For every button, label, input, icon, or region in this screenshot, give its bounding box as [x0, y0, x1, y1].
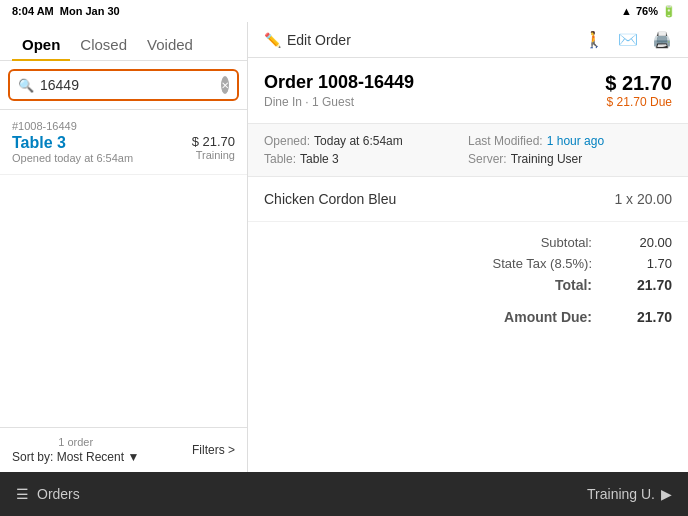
line-items: Chicken Cordon Bleu 1 x 20.00 Subtotal: …: [248, 177, 688, 472]
line-item-name: Chicken Cordon Bleu: [264, 191, 396, 207]
order-name: Table 3: [12, 134, 133, 152]
order-list: #1008-16449 Table 3 Opened today at 6:54…: [0, 110, 247, 427]
price-due: $ 21.70 Due: [605, 95, 672, 109]
tab-bar: Open Closed Voided: [0, 22, 247, 61]
order-meta: Opened: Today at 6:54am Last Modified: 1…: [248, 124, 688, 177]
order-training-label: Training: [192, 149, 235, 161]
subtotal-row: Subtotal: 20.00: [264, 232, 672, 253]
left-panel: Open Closed Voided 🔍 ✕ #1008-16449: [0, 22, 248, 472]
print-icon[interactable]: 🖨️: [652, 30, 672, 49]
last-modified-value[interactable]: 1 hour ago: [547, 134, 604, 148]
tab-voided[interactable]: Voided: [137, 30, 203, 61]
search-input[interactable]: [40, 77, 215, 93]
tab-closed[interactable]: Closed: [70, 30, 137, 61]
total-label: Total:: [472, 277, 592, 293]
person-run-icon[interactable]: 🚶: [584, 30, 604, 49]
user-nav-button[interactable]: Training U. ▶: [587, 486, 672, 502]
search-container: 🔍 ✕: [0, 61, 247, 110]
order-time: Opened today at 6:54am: [12, 152, 133, 164]
order-id: #1008-16449: [12, 120, 235, 132]
tax-row: State Tax (8.5%): 1.70: [264, 253, 672, 274]
totals: Subtotal: 20.00 State Tax (8.5%): 1.70 T…: [248, 222, 688, 338]
status-bar: 8:04 AM Mon Jan 30 ▲ 76% 🔋: [0, 0, 688, 22]
subtotal-value: 20.00: [612, 235, 672, 250]
orders-nav-label: Orders: [37, 486, 80, 502]
edit-order-label: Edit Order: [287, 32, 351, 48]
order-amount: $ 21.70: [192, 134, 235, 149]
status-bar-left: 8:04 AM Mon Jan 30: [12, 5, 120, 17]
battery-icon: 🔋: [662, 5, 676, 18]
left-footer: 1 order Sort by: Most Recent ▼ Filters >: [0, 427, 247, 472]
tax-value: 1.70: [612, 256, 672, 271]
order-price: $ 21.70 $ 21.70 Due: [605, 72, 672, 109]
order-number: Order 1008-16449: [264, 72, 414, 93]
search-icon: 🔍: [18, 78, 34, 93]
order-detail-header: Order 1008-16449 Dine In · 1 Guest $ 21.…: [248, 58, 688, 124]
sort-button[interactable]: Sort by: Most Recent ▼: [12, 450, 139, 464]
wifi-icon: ▲: [621, 5, 632, 17]
filter-button[interactable]: Filters >: [192, 443, 235, 457]
table-row: Table: Table 3: [264, 152, 468, 166]
order-list-item[interactable]: #1008-16449 Table 3 Opened today at 6:54…: [0, 110, 247, 175]
main-container: Open Closed Voided 🔍 ✕ #1008-16449: [0, 22, 688, 472]
opened-row: Opened: Today at 6:54am: [264, 134, 468, 148]
last-modified-label: Last Modified:: [468, 134, 543, 148]
table-label: Table:: [264, 152, 296, 166]
server-value: Training User: [511, 152, 583, 166]
opened-value: Today at 6:54am: [314, 134, 403, 148]
total-row: Total: 21.70: [264, 274, 672, 296]
date: Mon Jan 30: [60, 5, 120, 17]
search-box: 🔍 ✕: [8, 69, 239, 101]
subtotal-label: Subtotal:: [472, 235, 592, 250]
line-item-qty: 1 x 20.00: [614, 191, 672, 207]
mail-icon[interactable]: ✉️: [618, 30, 638, 49]
tab-open[interactable]: Open: [12, 30, 70, 61]
server-label: Server:: [468, 152, 507, 166]
hamburger-icon: ☰: [16, 486, 29, 502]
table-value: Table 3: [300, 152, 339, 166]
search-clear-button[interactable]: ✕: [221, 76, 229, 94]
tax-label: State Tax (8.5%):: [472, 256, 592, 271]
opened-label: Opened:: [264, 134, 310, 148]
order-row: Table 3 Opened today at 6:54am $ 21.70 T…: [12, 134, 235, 164]
battery-level: 76%: [636, 5, 658, 17]
edit-order-button[interactable]: ✏️ Edit Order: [264, 32, 351, 48]
price-main: $ 21.70: [605, 72, 672, 95]
line-item: Chicken Cordon Bleu 1 x 20.00: [248, 177, 688, 222]
amount-due-row: Amount Due: 21.70: [264, 306, 672, 328]
order-subtitle: Dine In · 1 Guest: [264, 95, 414, 109]
server-row: Server: Training User: [468, 152, 672, 166]
bottom-nav: ☰ Orders Training U. ▶: [0, 472, 688, 516]
total-value: 21.70: [612, 277, 672, 293]
pencil-icon: ✏️: [264, 32, 281, 48]
status-bar-right: ▲ 76% 🔋: [621, 5, 676, 18]
last-modified-row: Last Modified: 1 hour ago: [468, 134, 672, 148]
user-icon: ▶: [661, 486, 672, 502]
amount-due-label: Amount Due:: [472, 309, 592, 325]
right-header: ✏️ Edit Order 🚶 ✉️ 🖨️: [248, 22, 688, 58]
user-label: Training U.: [587, 486, 655, 502]
amount-due-value: 21.70: [612, 309, 672, 325]
order-count: 1 order: [12, 436, 139, 448]
right-panel: ✏️ Edit Order 🚶 ✉️ 🖨️ Order 1008-16449 D…: [248, 22, 688, 472]
time: 8:04 AM: [12, 5, 54, 17]
order-title-row: Order 1008-16449 Dine In · 1 Guest $ 21.…: [264, 72, 672, 109]
orders-nav-button[interactable]: ☰ Orders: [16, 486, 80, 502]
right-header-icons: 🚶 ✉️ 🖨️: [584, 30, 672, 49]
